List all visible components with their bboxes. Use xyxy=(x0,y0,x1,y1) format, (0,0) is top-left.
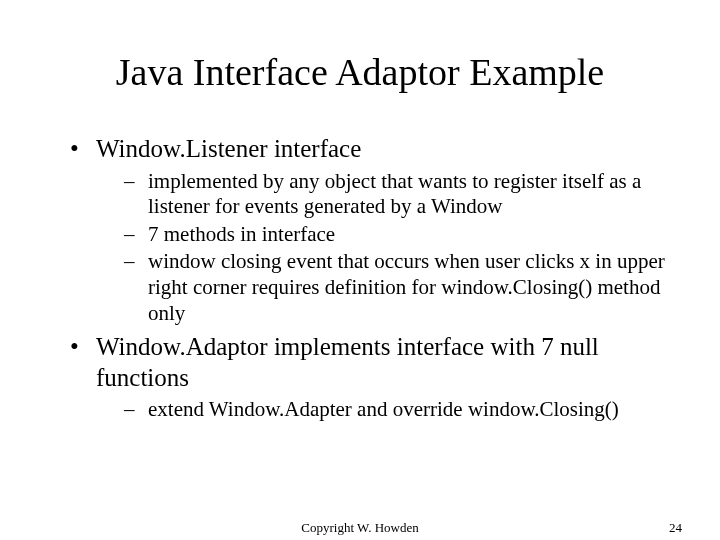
slide: Java Interface Adaptor Example Window.Li… xyxy=(0,0,720,540)
sub-bullet-item: extend Window.Adapter and override windo… xyxy=(124,397,670,423)
sub-bullet-list: implemented by any object that wants to … xyxy=(96,169,670,327)
bullet-text: Window.Adaptor implements interface with… xyxy=(96,333,599,391)
page-number: 24 xyxy=(669,520,682,536)
bullet-item: Window.Adaptor implements interface with… xyxy=(70,332,670,423)
sub-bullet-item: implemented by any object that wants to … xyxy=(124,169,670,220)
sub-bullet-text: extend Window.Adapter and override windo… xyxy=(148,397,619,421)
bullet-text: Window.Listener interface xyxy=(96,135,361,162)
sub-bullet-text: 7 methods in interface xyxy=(148,222,335,246)
sub-bullet-list: extend Window.Adapter and override windo… xyxy=(96,397,670,423)
bullet-list: Window.Listener interface implemented by… xyxy=(50,134,670,423)
sub-bullet-item: 7 methods in interface xyxy=(124,222,670,248)
copyright-text: Copyright W. Howden xyxy=(301,520,418,536)
sub-bullet-text: window closing event that occurs when us… xyxy=(148,249,665,324)
sub-bullet-text: implemented by any object that wants to … xyxy=(148,169,641,219)
sub-bullet-item: window closing event that occurs when us… xyxy=(124,249,670,326)
slide-title: Java Interface Adaptor Example xyxy=(50,50,670,94)
bullet-item: Window.Listener interface implemented by… xyxy=(70,134,670,326)
